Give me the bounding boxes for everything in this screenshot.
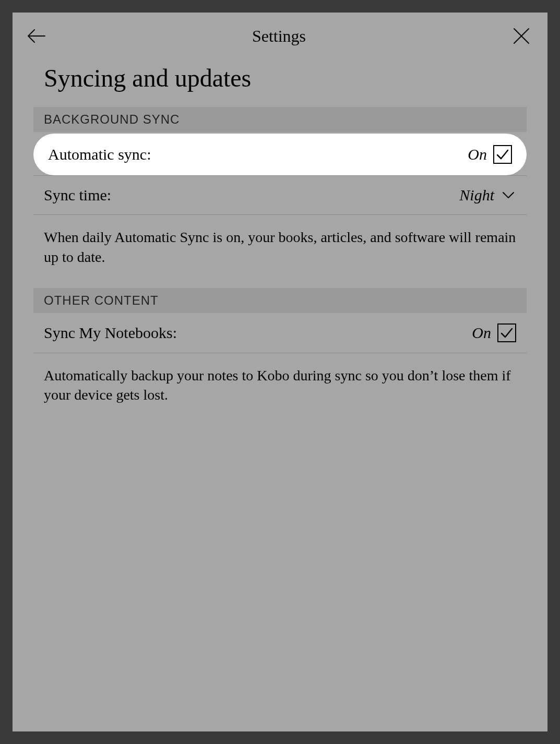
checkmark-icon <box>495 147 510 162</box>
automatic-sync-value: On <box>468 146 487 163</box>
sync-notebooks-row[interactable]: Sync My Notebooks: On <box>33 313 527 353</box>
sync-notebooks-checkbox[interactable] <box>497 323 516 342</box>
header-bar: Settings <box>13 13 547 59</box>
back-button[interactable] <box>26 26 47 46</box>
section-header-background-sync: BACKGROUND SYNC <box>33 107 527 132</box>
checkmark-icon <box>499 326 514 340</box>
automatic-sync-label: Automatic sync: <box>48 146 151 163</box>
sync-notebooks-value: On <box>472 324 491 342</box>
other-content-description: Automatically backup your notes to Kobo … <box>13 353 547 426</box>
background-sync-description: When daily Automatic Sync is on, your bo… <box>13 215 547 288</box>
chevron-down-icon <box>502 191 515 199</box>
header-title: Settings <box>47 27 511 46</box>
sync-time-value: Night <box>459 186 494 204</box>
page-title: Syncing and updates <box>13 59 547 107</box>
sync-notebooks-label: Sync My Notebooks: <box>44 324 177 342</box>
sync-time-row[interactable]: Sync time: Night <box>33 175 527 215</box>
close-icon <box>513 27 530 45</box>
section-header-other-content: OTHER CONTENT <box>33 288 527 313</box>
automatic-sync-checkbox[interactable] <box>493 145 512 164</box>
sync-time-dropdown[interactable] <box>501 190 516 200</box>
back-arrow-icon <box>27 29 46 43</box>
sync-time-label: Sync time: <box>44 186 111 204</box>
close-button[interactable] <box>511 26 532 46</box>
automatic-sync-row[interactable]: Automatic sync: On <box>33 134 527 175</box>
